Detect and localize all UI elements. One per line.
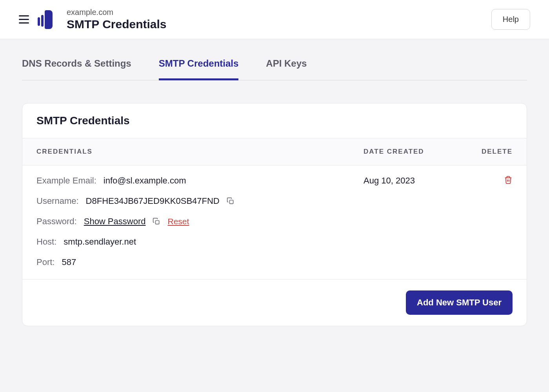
svg-rect-1 [156, 221, 159, 224]
host-line: Host: smtp.sendlayer.net [36, 237, 364, 247]
smtp-credentials-card: SMTP Credentials CREDENTIALS DATE CREATE… [22, 103, 527, 326]
svg-rect-0 [229, 200, 233, 204]
username-line: Username: D8FHE34JB67JED9KK0SB47FND [36, 196, 364, 206]
trash-icon[interactable] [504, 176, 513, 184]
card-header: SMTP Credentials [22, 103, 527, 138]
reset-password-link[interactable]: Reset [167, 217, 189, 226]
copy-username-icon[interactable] [227, 197, 235, 205]
card-title: SMTP Credentials [36, 114, 513, 127]
port-label: Port: [36, 257, 55, 267]
port-value: 587 [62, 257, 76, 267]
example-email-value: info@sl.example.com [104, 176, 186, 186]
column-credentials: CREDENTIALS [36, 148, 364, 156]
tabs-nav: DNS Records & Settings SMTP Credentials … [22, 39, 527, 80]
page-title: SMTP Credentials [67, 18, 167, 31]
tab-smtp-credentials[interactable]: SMTP Credentials [159, 58, 239, 80]
page-header: example.com SMTP Credentials Help [0, 0, 549, 39]
port-line: Port: 587 [36, 257, 364, 267]
credential-details: Example Email: info@sl.example.com Usern… [36, 176, 364, 267]
example-email-line: Example Email: info@sl.example.com [36, 176, 364, 186]
domain-text: example.com [67, 8, 167, 17]
column-delete: DELETE [465, 148, 513, 156]
header-left: example.com SMTP Credentials [19, 8, 167, 31]
table-row: Example Email: info@sl.example.com Usern… [22, 165, 527, 279]
username-label: Username: [36, 196, 79, 206]
hamburger-menu-icon[interactable] [19, 15, 29, 24]
title-block: example.com SMTP Credentials [67, 8, 167, 31]
logo-icon [38, 10, 53, 29]
help-button[interactable]: Help [491, 9, 530, 30]
show-password-link[interactable]: Show Password [84, 216, 146, 227]
host-label: Host: [36, 237, 56, 247]
example-email-label: Example Email: [36, 176, 96, 186]
card-footer: Add New SMTP User [22, 279, 527, 326]
delete-cell [465, 176, 513, 267]
table-header: CREDENTIALS DATE CREATED DELETE [22, 138, 527, 165]
column-date-created: DATE CREATED [364, 148, 465, 156]
password-line: Password: Show Password Reset [36, 216, 364, 227]
main-content: DNS Records & Settings SMTP Credentials … [0, 39, 549, 326]
copy-password-icon[interactable] [153, 218, 160, 225]
host-value: smtp.sendlayer.net [64, 237, 136, 247]
username-value: D8FHE34JB67JED9KK0SB47FND [86, 196, 220, 206]
add-smtp-user-button[interactable]: Add New SMTP User [406, 290, 513, 315]
date-created-value: Aug 10, 2023 [364, 176, 465, 267]
tab-api-keys[interactable]: API Keys [266, 58, 307, 80]
password-label: Password: [36, 216, 77, 227]
tab-dns-records[interactable]: DNS Records & Settings [22, 58, 131, 80]
